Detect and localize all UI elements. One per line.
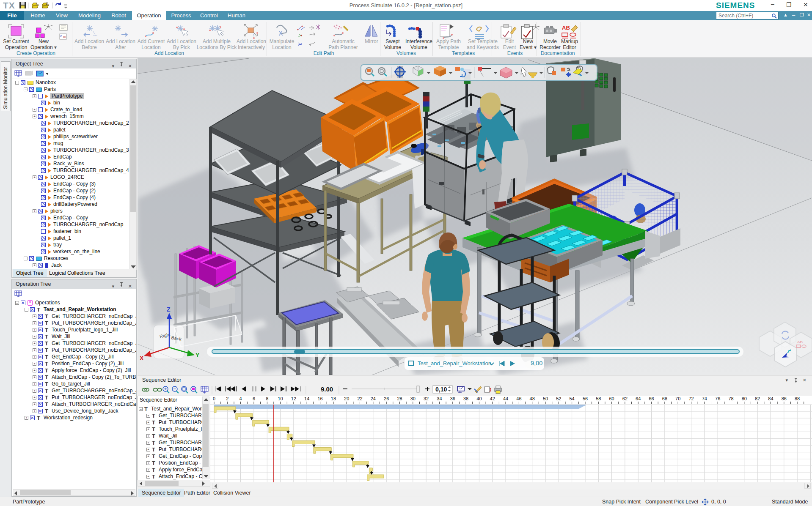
svg-text:30: 30 [410,396,416,401]
svg-text:76: 76 [715,396,720,401]
svg-text:8: 8 [266,396,268,401]
svg-text:Y: Y [195,352,200,358]
svg-text:86: 86 [782,396,787,401]
svg-text:36: 36 [450,396,455,401]
svg-text:4: 4 [239,396,242,401]
svg-text:60: 60 [609,396,614,401]
svg-text:10: 10 [278,396,283,401]
svg-text:24: 24 [371,396,376,401]
svg-text:82: 82 [755,396,760,401]
svg-text:74: 74 [702,396,707,401]
svg-text:64: 64 [636,396,641,401]
svg-text:22: 22 [357,396,362,401]
svg-text:84: 84 [768,396,773,401]
svg-text:52: 52 [556,396,561,401]
svg-text:9.00: 9.00 [321,386,333,393]
svg-text:0,10: 0,10 [435,386,447,393]
svg-text:26: 26 [384,396,389,401]
svg-text:42: 42 [490,396,495,401]
svg-text:62: 62 [622,396,628,401]
svg-text:0: 0 [213,396,215,401]
svg-text:Z: Z [167,306,171,313]
svg-text:16: 16 [317,396,322,401]
svg-text:66: 66 [649,396,654,401]
svg-text:48: 48 [530,396,535,401]
svg-text:44: 44 [503,396,508,401]
svg-text:38: 38 [463,396,468,401]
svg-text:AB: AB [797,340,803,344]
svg-text:32: 32 [424,396,429,401]
svg-text:88: 88 [795,396,800,401]
svg-text:54: 54 [569,396,574,401]
svg-text:2: 2 [226,396,228,401]
svg-text:28: 28 [397,396,402,401]
svg-text:X: X [140,355,144,361]
svg-text:40: 40 [476,396,482,401]
svg-text:70: 70 [675,396,680,401]
svg-text:78: 78 [728,396,733,401]
svg-text:12: 12 [291,396,296,401]
svg-text:6: 6 [253,396,255,401]
svg-text:56: 56 [583,396,588,401]
svg-text:46: 46 [516,396,521,401]
svg-text:18: 18 [331,396,336,401]
svg-text:34: 34 [437,396,442,401]
svg-text:72: 72 [688,396,694,401]
svg-text:80: 80 [742,396,747,401]
svg-text:58: 58 [596,396,601,401]
svg-text:50: 50 [543,396,548,401]
svg-text:20: 20 [344,396,349,401]
svg-text:14: 14 [304,396,309,401]
svg-text:68: 68 [662,396,667,401]
svg-text:AB: AB [562,25,570,31]
